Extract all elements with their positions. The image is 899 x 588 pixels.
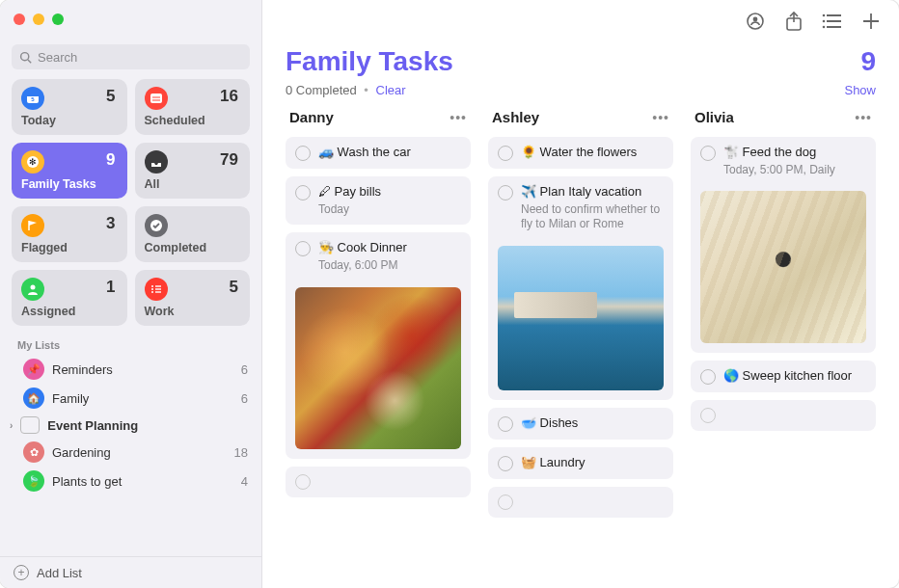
list-icon: 🍃: [23, 470, 44, 492]
collaborate-button[interactable]: [745, 11, 766, 32]
task-checkbox[interactable]: [498, 146, 513, 161]
section-menu-button[interactable]: •••: [855, 110, 872, 125]
list-count: 6: [241, 362, 248, 377]
task-checkbox[interactable]: [498, 185, 513, 200]
new-reminder-button[interactable]: [860, 11, 882, 32]
smart-list-family[interactable]: ✻ 9 Family Tasks: [12, 143, 127, 199]
main-pane: Family Tasks 9 0 Completed • Clear Show …: [262, 0, 899, 588]
section-title: Danny: [289, 109, 334, 125]
smart-list-scheduled[interactable]: 16 Scheduled: [135, 79, 251, 135]
task-card[interactable]: 🌎 Sweep kitchen floor: [691, 361, 876, 392]
scheduled-icon: [145, 87, 168, 110]
plus-icon: +: [14, 565, 29, 580]
search-input[interactable]: Search: [12, 44, 250, 69]
svg-line-1: [28, 59, 31, 62]
today-icon: 5: [21, 87, 44, 110]
task-image[interactable]: [700, 191, 866, 343]
task-title: 🧺 Laundry: [521, 455, 664, 471]
smart-list-completed[interactable]: Completed: [135, 206, 251, 262]
smart-label: Today: [21, 114, 118, 127]
task-card[interactable]: 🌻 Water the flowers: [488, 137, 673, 169]
sidebar-list-reminders[interactable]: 📌Reminders6: [0, 355, 261, 384]
svg-point-20: [753, 17, 758, 22]
assigned-icon: [21, 278, 44, 301]
svg-point-28: [823, 26, 826, 29]
task-checkbox[interactable]: [700, 369, 716, 385]
sidebar-list-event-planning[interactable]: ›Event Planning: [0, 413, 261, 438]
work-icon: [145, 278, 168, 301]
chevron-right-icon: ›: [10, 420, 13, 431]
smart-list-flagged[interactable]: 3 Flagged: [12, 206, 127, 262]
new-task-placeholder[interactable]: [488, 487, 673, 518]
add-list-label: Add List: [37, 566, 82, 580]
sidebar-list-family[interactable]: 🏠Family6: [0, 384, 261, 413]
task-title: 👨‍🍳 Cook Dinner: [318, 240, 461, 256]
smart-count: 16: [220, 87, 238, 106]
smart-list-all[interactable]: 79 All: [135, 143, 251, 199]
clear-button[interactable]: Clear: [376, 83, 406, 97]
smart-count: 79: [220, 150, 238, 170]
task-title: 🚙 Wash the car: [318, 145, 461, 161]
flagged-icon: [21, 214, 44, 237]
task-title: 🌎 Sweep kitchen floor: [723, 368, 866, 385]
task-checkbox: [295, 474, 311, 490]
smart-count: 9: [106, 150, 115, 170]
task-title: 🌻 Water the flowers: [521, 145, 664, 161]
task-meta: Today, 6:00 PM: [318, 258, 461, 274]
smart-list-today[interactable]: 5 5 Today: [12, 79, 127, 135]
list-label: Family: [52, 391, 233, 406]
task-title: 🖊 Pay bills: [318, 184, 461, 200]
smart-label: Completed: [145, 241, 241, 254]
task-checkbox[interactable]: [295, 146, 311, 161]
sidebar-list-gardening[interactable]: ✿Gardening18: [0, 438, 261, 467]
task-card[interactable]: 🚙 Wash the car: [286, 137, 471, 169]
task-checkbox[interactable]: [295, 185, 311, 200]
add-list-button[interactable]: + Add List: [0, 556, 261, 588]
list-icon: [822, 13, 843, 30]
zoom-window[interactable]: [52, 13, 64, 25]
svg-point-15: [151, 291, 153, 293]
search-icon: [19, 51, 32, 64]
toolbar: [262, 0, 899, 42]
section-menu-button[interactable]: •••: [450, 110, 467, 125]
task-card[interactable]: 🧺 Laundry: [488, 447, 673, 479]
svg-point-14: [151, 288, 153, 290]
task-card[interactable]: ✈️ Plan Italy vacationNeed to confirm wh…: [488, 176, 673, 400]
new-task-placeholder[interactable]: [691, 400, 876, 431]
svg-text:✻: ✻: [29, 157, 37, 167]
smart-list-work[interactable]: 5 Work: [135, 270, 251, 326]
completed-count: 0 Completed: [286, 83, 357, 97]
section-olivia: Olivia•••🐩 Feed the dogToday, 5:00 PM, D…: [691, 107, 876, 576]
share-icon: [784, 11, 804, 32]
task-checkbox[interactable]: [295, 241, 311, 256]
share-button[interactable]: [783, 11, 804, 32]
task-card[interactable]: 🖊 Pay billsToday: [286, 176, 471, 225]
new-task-placeholder[interactable]: [286, 467, 471, 497]
family-icon: ✻: [21, 150, 44, 174]
task-meta: Need to confirm whether to fly to Milan …: [521, 202, 664, 232]
view-options-button[interactable]: [822, 11, 843, 32]
list-label: Gardening: [52, 445, 227, 460]
task-title: 🐩 Feed the dog: [723, 145, 866, 161]
close-window[interactable]: [14, 13, 25, 25]
task-card[interactable]: 👨‍🍳 Cook DinnerToday, 6:00 PM: [286, 232, 471, 458]
task-checkbox[interactable]: [498, 416, 513, 432]
my-lists-label: My Lists: [0, 326, 261, 355]
all-icon: [145, 150, 168, 174]
smart-label: Flagged: [21, 241, 118, 254]
section-menu-button[interactable]: •••: [652, 110, 669, 125]
smart-label: Work: [145, 305, 241, 318]
task-card[interactable]: 🐩 Feed the dogToday, 5:00 PM, Daily: [691, 137, 876, 353]
task-checkbox[interactable]: [700, 146, 716, 161]
task-image[interactable]: [498, 246, 664, 390]
task-title: ✈️ Plan Italy vacation: [521, 184, 664, 200]
sidebar-list-plants-to-get[interactable]: 🍃Plants to get4: [0, 467, 261, 495]
sections: Danny•••🚙 Wash the car🖊 Pay billsToday👨‍…: [262, 107, 899, 588]
show-button[interactable]: Show: [844, 83, 876, 97]
minimize-window[interactable]: [33, 13, 44, 25]
task-card[interactable]: 🥣 Dishes: [488, 408, 673, 440]
smart-label: Assigned: [21, 305, 118, 318]
smart-list-assigned[interactable]: 1 Assigned: [12, 270, 127, 326]
task-image[interactable]: [295, 287, 461, 449]
task-checkbox[interactable]: [498, 456, 513, 471]
